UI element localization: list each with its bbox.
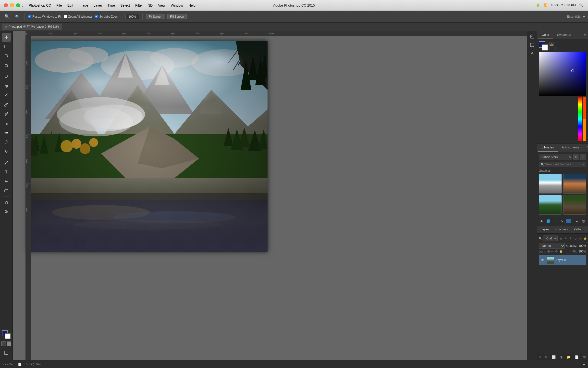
proof-color-indicator[interactable] [550, 47, 557, 50]
mini-panel-icon-1[interactable] [528, 33, 536, 40]
blue-square-icon[interactable] [566, 219, 571, 223]
grid-view-button[interactable]: ⊞ [573, 154, 579, 160]
add-layer-style-icon[interactable]: fx [545, 355, 547, 359]
crop-tool[interactable] [2, 61, 11, 70]
tab-swatches[interactable]: Swatches [553, 31, 575, 39]
fx-icon[interactable]: fx [559, 218, 565, 224]
view-menu[interactable]: View [156, 3, 168, 8]
lock-image-icon[interactable]: ✏ [551, 250, 554, 253]
fill-screen-button[interactable]: Fill Screen [167, 14, 187, 19]
workspace-dropdown-icon[interactable]: ▾ [583, 14, 585, 19]
screen-mode-button[interactable] [2, 348, 11, 357]
traffic-lights[interactable] [4, 3, 20, 7]
tab-color[interactable]: Color [538, 31, 553, 39]
layer-menu[interactable]: Layer [91, 3, 105, 8]
photoshop-menu[interactable]: Photoshop CC [26, 3, 53, 8]
blend-mode-dropdown[interactable]: Normal [539, 243, 565, 249]
layer-visibility-toggle[interactable]: 👁 [540, 258, 545, 262]
path-selection-tool[interactable] [2, 177, 11, 186]
pen-tool[interactable] [2, 158, 11, 167]
color-gradient-picker[interactable] [539, 52, 586, 96]
clone-stamp-tool[interactable] [2, 100, 11, 109]
filter-path-icon[interactable]: ◇ [573, 236, 578, 241]
quick-mask-off-button[interactable] [1, 342, 6, 346]
stock-search-input[interactable] [545, 163, 582, 166]
cloud-sync-icon[interactable]: ☁ [574, 218, 579, 224]
link-layers-icon[interactable]: fx [539, 355, 541, 359]
new-layer-icon[interactable]: 📄 [575, 355, 579, 359]
filter-effect-icon[interactable]: fx [578, 236, 583, 241]
quick-mask-on-button[interactable] [7, 342, 11, 346]
list-view-button[interactable]: ☰ [580, 154, 586, 160]
paint-bucket-icon[interactable]: 🪣 [546, 218, 551, 224]
tab-channels[interactable]: Channels [552, 226, 571, 233]
tab-styles[interactable]: Styles [583, 144, 588, 152]
zoom-all-windows-checkbox[interactable] [64, 15, 67, 18]
zoom-value-input[interactable] [125, 14, 139, 19]
type-tool[interactable]: T [2, 168, 11, 177]
3d-menu[interactable]: 3D [146, 3, 155, 8]
minimize-window-button[interactable] [10, 3, 14, 7]
tab-paths[interactable]: Paths [571, 226, 584, 233]
gradient-tool[interactable] [2, 128, 11, 137]
filter-menu[interactable]: Filter [133, 3, 145, 8]
background-color[interactable] [5, 333, 11, 339]
rectangle-shape-tool[interactable] [2, 186, 11, 195]
rectangular-marquee-tool[interactable] [2, 42, 11, 51]
mini-panel-icon-2[interactable] [528, 41, 536, 49]
image-menu[interactable]: Image [76, 3, 91, 8]
history-brush-tool[interactable] [2, 110, 11, 118]
spotlight-icon[interactable]: 🔍 [579, 3, 583, 7]
fg-bg-swatch-area[interactable] [539, 41, 548, 51]
trash-icon[interactable]: 🗑 [581, 218, 586, 224]
layers-panel-menu[interactable]: ≡ [584, 227, 588, 233]
graphic-thumb-1[interactable] [539, 174, 562, 194]
type-menu[interactable]: Type [105, 3, 117, 8]
filter-adj-icon[interactable]: ✎ [564, 236, 568, 241]
hand-tool[interactable] [2, 198, 11, 207]
search-dropdown-icon[interactable]: ▾ [583, 163, 584, 166]
lock-all-icon[interactable]: 🔒 [559, 250, 563, 253]
mini-panel-icon-3[interactable] [528, 50, 536, 57]
file-menu[interactable]: File [54, 3, 64, 8]
add-to-library-icon[interactable]: ✚ [539, 218, 544, 224]
document-tab[interactable]: × Photo.psd @ 77.4% (Layer 0, RGB/8*) [2, 24, 62, 30]
filter-type-icon[interactable]: T [568, 236, 573, 241]
delete-layer-icon[interactable]: 🗑 [583, 355, 586, 359]
graphic-thumb-2[interactable] [563, 174, 586, 194]
dodge-tool[interactable] [2, 147, 11, 156]
foreground-background-colors[interactable] [2, 330, 11, 339]
library-source-dropdown[interactable]: Adobe Stock [539, 154, 572, 160]
hue-slider[interactable] [578, 97, 582, 141]
add-layer-mask-icon[interactable]: ⬜ [552, 355, 556, 359]
apple-menu[interactable]:  [20, 3, 26, 8]
document-size-icon[interactable]: 📄 [18, 363, 22, 366]
close-window-button[interactable] [4, 3, 8, 7]
select-menu[interactable]: Select [118, 3, 132, 8]
zoom-in-icon[interactable]: 🔍 [3, 13, 11, 20]
new-fill-adjustment-icon[interactable]: ◑ [560, 355, 563, 359]
layer-item-0[interactable]: 👁 Layer 0 [539, 255, 586, 265]
tab-adjustments[interactable]: Adjustments [558, 144, 583, 152]
graphic-thumb-3[interactable] [539, 195, 562, 215]
lasso-tool[interactable] [2, 52, 11, 60]
status-arrow[interactable]: ▶ [583, 363, 585, 366]
scrubby-zoom-checkbox[interactable] [95, 15, 98, 18]
help-menu[interactable]: Help [186, 3, 198, 8]
color-panel-menu[interactable]: ≡ [583, 32, 587, 38]
zoom-out-icon[interactable]: 🔍 [14, 14, 21, 19]
zoom-tool[interactable] [2, 207, 11, 216]
type-icon[interactable]: T [552, 218, 558, 224]
blur-tool[interactable] [2, 138, 11, 146]
eyedropper-tool[interactable] [2, 72, 11, 81]
gamut-warning[interactable]: ⚠ [550, 42, 557, 46]
filter-pixel-icon[interactable]: ⊞ [559, 236, 563, 241]
healing-brush-tool[interactable] [2, 82, 11, 91]
tab-layers[interactable]: Layers [538, 226, 552, 233]
new-layer-group-icon[interactable]: 📁 [567, 355, 571, 359]
lock-transparent-icon[interactable]: ⊞ [547, 250, 550, 253]
tab-close-button[interactable]: × [5, 25, 7, 29]
eraser-tool[interactable] [2, 119, 11, 128]
brush-tool[interactable] [2, 91, 11, 100]
canvas-area[interactable]: 0 100 200 300 400 500 600 700 800 900 10… [13, 31, 527, 360]
